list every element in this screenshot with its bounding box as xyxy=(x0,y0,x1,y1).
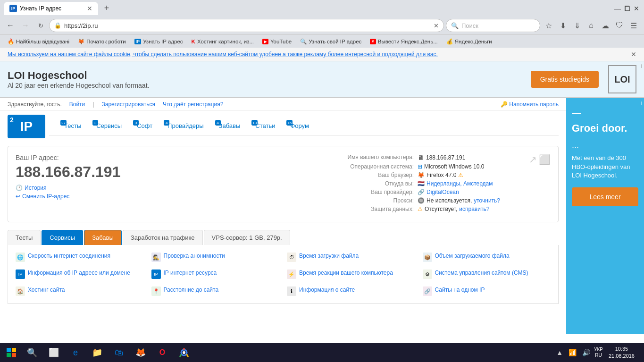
bookmark-label: Початок роботи xyxy=(86,39,126,44)
edge-button[interactable]: e xyxy=(65,344,86,361)
ad-info-icon[interactable]: i xyxy=(641,100,642,106)
tab-zabav[interactable]: Забавы xyxy=(84,230,122,245)
cms-link[interactable]: Система управления сайтом (CMS) xyxy=(435,269,528,277)
speed-link[interactable]: Скорость интернет соединения xyxy=(28,253,110,260)
anon-icon: 🕵 xyxy=(151,253,161,262)
nav-articles[interactable]: 13 Статьи xyxy=(248,118,283,135)
show-hidden-icon[interactable]: ▲ xyxy=(554,348,565,357)
downloads-icon[interactable]: ⬇ xyxy=(556,19,569,32)
nav-providers[interactable]: 4 Провайдеры xyxy=(160,118,211,135)
search-bar[interactable]: 🔍 Поиск xyxy=(446,19,540,32)
bookmark-my-ip[interactable]: 🔍 Узнать свой IP адрес xyxy=(296,37,365,46)
nav-serv[interactable]: 3 Сервисы xyxy=(89,118,129,135)
logo-text: IP xyxy=(20,119,33,134)
store-button[interactable]: 🛍 xyxy=(109,344,129,361)
language-indicator[interactable]: УКР RU xyxy=(594,347,603,358)
system-tray: ▲ 📶 🔊 УКР RU 10:35 21.08.2016 xyxy=(551,345,642,360)
address-bar[interactable]: 🔒 https://2ip.ru ✕ xyxy=(49,19,444,32)
bookmark-yandex-money[interactable]: Я Вывести Яндекс.День... xyxy=(366,38,441,45)
forward-button[interactable]: → xyxy=(19,19,32,32)
cookie-notice-text[interactable]: Мы используем на нашем сайте файлы cooki… xyxy=(8,51,438,58)
start-button[interactable] xyxy=(2,344,21,361)
windows-start-icon xyxy=(7,348,16,357)
task-view-button[interactable]: ⬜ xyxy=(43,344,64,361)
refresh-icon[interactable]: ✕ xyxy=(434,22,439,29)
chrome-button[interactable] xyxy=(174,344,194,361)
tab-services[interactable]: Сервисы xyxy=(42,230,83,245)
ip-address-display: 188.166.87.191 xyxy=(16,163,329,181)
cms-icon: ⚙ xyxy=(423,269,432,279)
login-link[interactable]: Войти xyxy=(69,101,85,108)
load-time-link[interactable]: Время загрузки файла xyxy=(299,253,359,260)
bookmark-start[interactable]: 🦊 Початок роботи xyxy=(74,37,130,46)
maximize-button[interactable]: ⧠ xyxy=(623,5,631,12)
minimize-button[interactable]: — xyxy=(614,5,621,12)
anon-link[interactable]: Проверка анонимности xyxy=(164,253,225,260)
new-tab-button[interactable]: + xyxy=(100,2,113,15)
opera-button[interactable]: O xyxy=(152,344,173,361)
browser-tab[interactable]: IP Узнать IP адрес ✕ xyxy=(4,2,98,15)
ip-info-link[interactable]: Информация об IP адресе или домене xyxy=(28,269,130,277)
ad-subtitle: Al 20 jaar een erkende Hogeschool van fo… xyxy=(8,82,521,89)
file-explorer-button[interactable]: 📁 xyxy=(87,344,108,361)
file-size-link[interactable]: Объем загружаемого файла xyxy=(435,253,510,260)
bookmark-youtube[interactable]: ▶ YouTube xyxy=(259,38,295,45)
bookmark-ip[interactable]: IP Узнать IP адрес xyxy=(131,38,187,45)
bookmark-icon: IP xyxy=(134,39,142,44)
bookmark-icon: 🔍 xyxy=(300,38,307,45)
ip-resource-link[interactable]: IP интернет ресурса xyxy=(164,269,217,277)
nav-forum[interactable]: 15 Форум xyxy=(283,118,317,135)
taskbar: 🔍 ⬜ e 📁 🛍 🦊 O ▲ 📶 🔊 УКР xyxy=(0,343,644,362)
close-button[interactable]: ✕ xyxy=(633,5,640,12)
bookmark-yandex-money2[interactable]: 💰 Яндекс.Деньги xyxy=(443,37,496,46)
cookie-close-button[interactable]: ✕ xyxy=(631,51,636,58)
what-reg-link[interactable]: Что даёт регистрация? xyxy=(163,101,224,108)
location-link[interactable]: Нидерланды, Амстердам xyxy=(427,180,493,187)
provider-link[interactable]: DigitalOcean xyxy=(427,189,459,195)
firefox-taskbar-button[interactable]: 🦊 xyxy=(130,344,151,361)
hosting-link[interactable]: Хостинг сайта xyxy=(28,286,65,294)
remind-password-link[interactable]: 🔑 Напомнить пароль xyxy=(501,101,559,108)
home-nav-icon[interactable]: ⌂ xyxy=(585,19,598,32)
sync-icon[interactable]: ☁ xyxy=(599,19,612,32)
volume-icon[interactable]: 🔊 xyxy=(580,348,592,357)
distance-link[interactable]: Расстояние до сайта xyxy=(164,286,219,294)
bookmark-icon: Я xyxy=(370,39,376,44)
tab-close-button[interactable]: ✕ xyxy=(87,5,92,12)
home-button[interactable]: ↻ xyxy=(34,19,47,32)
reaction-link[interactable]: Время реакции вашего компьютера xyxy=(299,269,393,277)
menu-icon[interactable]: ☰ xyxy=(627,19,640,32)
same-ip-link[interactable]: Сайты на одном IP xyxy=(435,286,485,294)
share-icon[interactable]: ↗ xyxy=(529,154,537,165)
tab-testy[interactable]: Тесты xyxy=(8,230,41,245)
bookmarks-icon[interactable]: ☆ xyxy=(542,19,555,32)
nav-testy[interactable]: 27 Тесты xyxy=(57,118,89,135)
copy-icon[interactable]: ⬜ xyxy=(539,154,551,165)
history-link[interactable]: 🕐 История xyxy=(16,185,329,191)
back-button[interactable]: ← xyxy=(4,19,17,32)
bookmark-hosting[interactable]: K Хостинг картинок, из... xyxy=(188,38,258,45)
nav-soft[interactable]: 3 Софт xyxy=(129,118,160,135)
site-info-link[interactable]: Информация о сайте xyxy=(299,286,355,294)
change-ip-link[interactable]: ↩ Сменить IP-адрес xyxy=(16,193,329,200)
clock-time: 10:35 xyxy=(609,345,635,353)
browser-value: 🦊 Firefox 47.0 ⚠ xyxy=(418,172,463,178)
register-link[interactable]: Зарегистрироваться xyxy=(101,101,155,108)
proxy-clarify-link[interactable]: уточнить? xyxy=(474,197,500,204)
site-logo[interactable]: 2 IP xyxy=(8,115,45,138)
ad-cta-button[interactable]: Gratis studiegids xyxy=(531,71,599,88)
nav-zabav[interactable]: 4 Забавы xyxy=(211,118,248,135)
tab-vps[interactable]: VPS-сервер: 1 GB, 279р. xyxy=(204,230,290,245)
tab-earn[interactable]: Заработок на трафике xyxy=(123,230,203,245)
system-clock[interactable]: 10:35 21.08.2016 xyxy=(605,345,638,360)
search-taskbar-button[interactable]: 🔍 xyxy=(22,344,42,361)
greeting-text: Здравствуйте, гость. xyxy=(8,101,62,108)
security-icon[interactable]: 🛡 xyxy=(613,19,626,32)
sidebar-ad-button[interactable]: Lees meer xyxy=(572,187,638,206)
service-distance: 📍 Расстояние до сайта xyxy=(150,285,282,298)
bookmark-most-visited[interactable]: 🔥 Найбільш відвідувані xyxy=(4,37,73,46)
network-icon[interactable]: 📶 xyxy=(567,348,578,357)
service-anon: 🕵 Проверка анонимности xyxy=(150,251,282,264)
security-fix-link[interactable]: исправить? xyxy=(459,206,489,212)
download-icon[interactable]: ⇓ xyxy=(570,19,584,32)
